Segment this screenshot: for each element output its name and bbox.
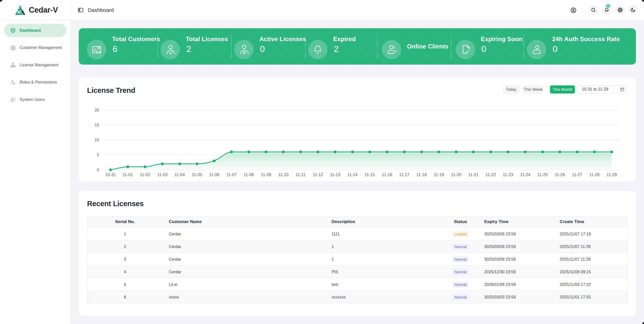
svg-text:10: 10 — [95, 138, 99, 142]
svg-text:11-26: 11-26 — [555, 172, 565, 177]
svg-text:11-02: 11-02 — [140, 172, 150, 177]
svg-text:0: 0 — [97, 168, 99, 172]
svg-text:11-19: 11-19 — [434, 172, 444, 177]
svg-text:11-06: 11-06 — [209, 172, 219, 177]
svg-text:11-17: 11-17 — [399, 172, 410, 177]
svg-text:11-23: 11-23 — [503, 172, 513, 177]
svg-text:11-03: 11-03 — [157, 172, 168, 177]
svg-text:10-31: 10-31 — [105, 172, 116, 177]
svg-text:11-28: 11-28 — [589, 172, 600, 177]
svg-text:11-05: 11-05 — [192, 172, 202, 177]
svg-text:11-20: 11-20 — [451, 172, 461, 177]
svg-text:11-07: 11-07 — [226, 172, 237, 177]
svg-text:11-04: 11-04 — [174, 172, 185, 177]
svg-text:11-09: 11-09 — [261, 172, 271, 177]
svg-text:11-29: 11-29 — [606, 172, 617, 177]
svg-text:11-27: 11-27 — [572, 172, 582, 177]
svg-text:11-08: 11-08 — [244, 172, 254, 177]
svg-text:11-22: 11-22 — [486, 172, 496, 177]
svg-text:11-25: 11-25 — [538, 172, 548, 177]
svg-text:11-15: 11-15 — [365, 172, 375, 177]
svg-text:11-01: 11-01 — [123, 172, 133, 177]
svg-text:11-11: 11-11 — [296, 172, 306, 177]
svg-text:11-16: 11-16 — [382, 172, 392, 177]
svg-text:15: 15 — [95, 123, 99, 127]
svg-text:5: 5 — [97, 152, 99, 157]
svg-text:11-10: 11-10 — [278, 172, 288, 177]
svg-text:11-21: 11-21 — [468, 172, 479, 177]
svg-text:11-24: 11-24 — [520, 172, 530, 177]
svg-text:11-12: 11-12 — [313, 172, 323, 177]
svg-text:11-18: 11-18 — [416, 172, 427, 177]
svg-text:20: 20 — [95, 108, 99, 112]
svg-text:11-14: 11-14 — [347, 172, 358, 177]
svg-text:11-13: 11-13 — [330, 172, 340, 177]
